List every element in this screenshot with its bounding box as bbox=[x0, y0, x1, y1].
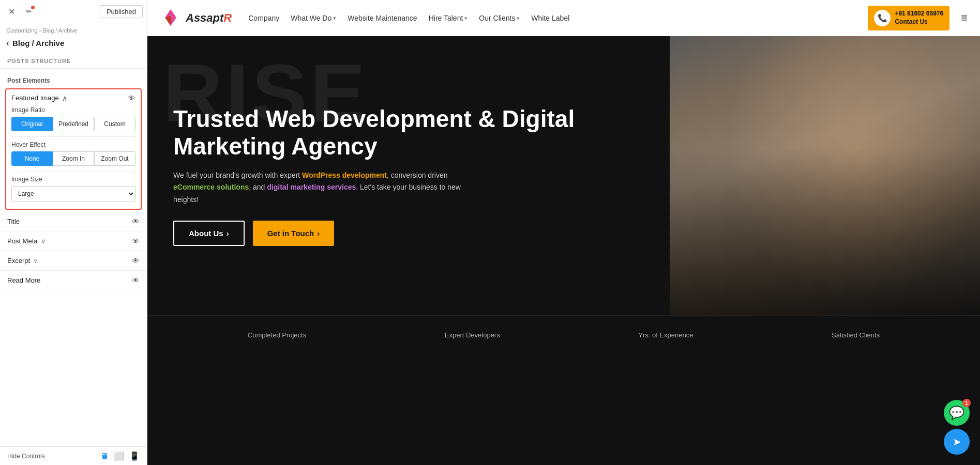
featured-image-label: Featured Image bbox=[11, 94, 59, 102]
featured-image-visibility-toggle[interactable]: 👁 bbox=[128, 94, 135, 102]
hero-buttons: About Us › Get in Touch › bbox=[173, 221, 644, 246]
image-ratio-original-button[interactable]: Original bbox=[11, 117, 53, 131]
nav-company[interactable]: Company bbox=[248, 14, 279, 22]
stat-completed-projects: Completed Projects bbox=[248, 331, 306, 339]
mobile-view-button[interactable]: 📱 bbox=[129, 451, 140, 461]
logo-text: AssaptR bbox=[186, 11, 232, 25]
unsaved-indicator bbox=[31, 6, 35, 9]
about-us-button[interactable]: About Us › bbox=[173, 221, 245, 246]
breadcrumb: Customizing › Blog / Archive bbox=[0, 23, 147, 36]
phone-icon-box: 📞 bbox=[874, 10, 891, 26]
pencil-button[interactable]: ✏ bbox=[22, 4, 36, 19]
hero-right-image bbox=[670, 36, 980, 315]
highlight-wordpress: WordPress development bbox=[302, 171, 387, 179]
back-button[interactable]: ‹ bbox=[6, 38, 9, 49]
contact-phone: +91 81602 65976 bbox=[895, 10, 943, 18]
stat-completed-projects-label: Completed Projects bbox=[248, 331, 306, 339]
post-meta-visibility-toggle[interactable]: 👁 bbox=[132, 237, 140, 245]
scroll-arrow-icon: ➤ bbox=[953, 436, 961, 448]
section-header-label: Blog / Archive bbox=[12, 39, 64, 48]
nav-website-maintenance[interactable]: Website Maintenance bbox=[348, 14, 417, 22]
post-meta-element-row: Post Meta ∨ 👁 bbox=[0, 231, 147, 251]
nav-our-clients[interactable]: Our Clients ▾ bbox=[479, 14, 520, 22]
get-in-touch-button[interactable]: Get in Touch › bbox=[253, 221, 335, 246]
nav-hire-talent[interactable]: Hire Talent ▾ bbox=[429, 14, 468, 22]
stat-satisfied-clients-label: Satisfied Clients bbox=[832, 331, 880, 339]
hamburger-button[interactable]: ≡ bbox=[961, 11, 968, 25]
our-clients-caret: ▾ bbox=[517, 15, 520, 22]
image-ratio-custom-button[interactable]: Custom bbox=[94, 117, 135, 131]
nav-links: Company What We Do ▾ Website Maintenance… bbox=[248, 14, 569, 22]
read-more-element-row: Read More 👁 bbox=[0, 271, 147, 290]
stat-expert-developers-label: Expert Developers bbox=[445, 331, 500, 339]
read-more-visibility-toggle[interactable]: 👁 bbox=[132, 276, 140, 285]
title-element-row: Title 👁 bbox=[0, 212, 147, 231]
published-button[interactable]: Published bbox=[100, 5, 143, 18]
scroll-to-top-button[interactable]: ➤ bbox=[944, 429, 970, 455]
excerpt-label: Excerpt bbox=[7, 257, 30, 265]
hover-effect-label: Hover Effect bbox=[11, 141, 135, 148]
contact-box[interactable]: 📞 +91 81602 65976 Contact Us bbox=[868, 6, 949, 30]
hover-zoom-out-button[interactable]: Zoom Out bbox=[94, 151, 135, 166]
contact-arrow-icon: › bbox=[317, 229, 320, 238]
hire-talent-caret: ▾ bbox=[464, 15, 468, 22]
hero-image-gradient bbox=[670, 148, 980, 315]
nav-right-section: 📞 +91 81602 65976 Contact Us ≡ bbox=[868, 6, 968, 30]
image-size-label: Image Size bbox=[11, 176, 135, 183]
stat-satisfied-clients: Satisfied Clients bbox=[832, 331, 880, 339]
image-ratio-predefined-button[interactable]: Predefined bbox=[53, 117, 94, 131]
contact-us-label: Contact Us bbox=[895, 18, 943, 26]
close-button[interactable]: ✕ bbox=[4, 4, 19, 19]
whatsapp-notification-badge: 1 bbox=[962, 399, 971, 407]
whatsapp-button[interactable]: 💬 1 bbox=[944, 400, 970, 426]
image-size-select[interactable]: Large Thumbnail Medium Full bbox=[11, 186, 135, 202]
post-elements-label: Post Elements bbox=[0, 74, 147, 88]
featured-image-collapse-button[interactable]: ∧ bbox=[62, 94, 67, 102]
what-we-do-caret: ▾ bbox=[333, 15, 336, 22]
excerpt-element-row: Excerpt ∨ 👁 bbox=[0, 251, 147, 271]
tablet-view-button[interactable]: ⬜ bbox=[114, 451, 124, 461]
hero-section: RISE Trusted Web Development & Digital M… bbox=[147, 36, 980, 315]
panel-scroll-area: Post Elements Featured Image ∧ 👁 Image R… bbox=[0, 69, 147, 446]
site-navigation: AssaptR Company What We Do ▾ Website Mai… bbox=[147, 0, 980, 36]
hover-effect-group: None Zoom In Zoom Out bbox=[11, 151, 135, 166]
phone-icon: 📞 bbox=[878, 13, 887, 23]
section-title: POSTS STRUCTURE bbox=[0, 54, 147, 69]
panel-bottom-bar: Hide Controls 🖥 ⬜ 📱 bbox=[0, 446, 147, 465]
post-meta-expand-button[interactable]: ∨ bbox=[41, 237, 46, 245]
hide-controls-button[interactable]: Hide Controls bbox=[7, 453, 45, 460]
hero-left-content: RISE Trusted Web Development & Digital M… bbox=[147, 36, 670, 315]
website-preview: AssaptR Company What We Do ▾ Website Mai… bbox=[147, 0, 980, 465]
post-meta-label: Post Meta bbox=[7, 237, 38, 245]
back-row: ‹ Blog / Archive bbox=[0, 36, 147, 54]
hero-subtitle: We fuel your brand's growth with expert … bbox=[173, 169, 473, 206]
hero-image bbox=[670, 36, 980, 315]
floating-chat-area: 💬 1 ➤ bbox=[944, 400, 970, 455]
divider-2 bbox=[11, 171, 135, 172]
read-more-label: Read More bbox=[7, 276, 40, 284]
excerpt-visibility-toggle[interactable]: 👁 bbox=[132, 256, 140, 265]
excerpt-expand-button[interactable]: ∨ bbox=[33, 257, 38, 265]
title-visibility-toggle[interactable]: 👁 bbox=[132, 217, 140, 226]
hero-title: Trusted Web Development & Digital Market… bbox=[173, 105, 644, 160]
stat-experience: Yrs. of Experience bbox=[638, 331, 693, 339]
whatsapp-icon: 💬 bbox=[949, 406, 964, 420]
stat-expert-developers: Expert Developers bbox=[445, 331, 500, 339]
site-logo[interactable]: AssaptR bbox=[160, 7, 232, 29]
highlight-digital-marketing: digital marketing services bbox=[267, 183, 356, 191]
stats-bar: Completed Projects Expert Developers Yrs… bbox=[147, 315, 980, 354]
hover-none-button[interactable]: None bbox=[11, 151, 53, 166]
divider-1 bbox=[11, 136, 135, 137]
featured-image-header: Featured Image ∧ 👁 bbox=[11, 94, 135, 102]
nav-white-label[interactable]: White Label bbox=[531, 14, 569, 22]
highlight-ecommerce: eCommerce solutions bbox=[173, 183, 249, 191]
nav-what-we-do[interactable]: What We Do ▾ bbox=[291, 14, 336, 22]
about-arrow-icon: › bbox=[227, 229, 229, 238]
contact-text: +91 81602 65976 Contact Us bbox=[895, 10, 943, 26]
title-label: Title bbox=[7, 218, 20, 225]
image-ratio-label: Image Ratio bbox=[11, 106, 135, 114]
panel-topbar: ✕ ✏ Published bbox=[0, 0, 147, 23]
left-panel: ✕ ✏ Published Customizing › Blog / Archi… bbox=[0, 0, 147, 465]
hover-zoom-in-button[interactable]: Zoom In bbox=[53, 151, 94, 166]
desktop-view-button[interactable]: 🖥 bbox=[100, 452, 109, 461]
